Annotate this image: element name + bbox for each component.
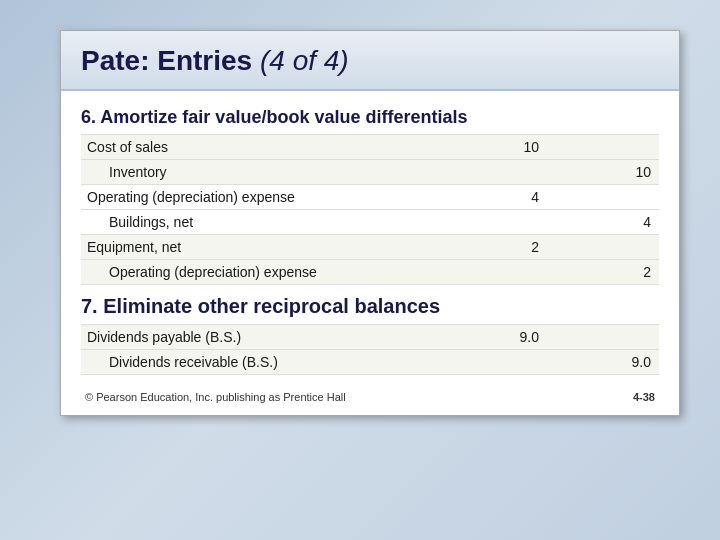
section1-table: Cost of sales 10 Inventory 10 Operating … bbox=[81, 134, 659, 285]
account-cell: Inventory bbox=[81, 160, 457, 185]
section1-heading: 6. Amortize fair value/book value differ… bbox=[81, 107, 659, 128]
account-cell: Operating (depreciation) expense bbox=[81, 260, 457, 285]
account-cell: Dividends payable (B.S.) bbox=[81, 325, 457, 350]
credit-cell: 9.0 bbox=[555, 350, 659, 375]
debit-cell bbox=[457, 260, 555, 285]
debit-cell: 10 bbox=[457, 135, 555, 160]
table-row: Operating (depreciation) expense 2 bbox=[81, 260, 659, 285]
credit-cell: 10 bbox=[555, 160, 659, 185]
credit-cell: 4 bbox=[555, 210, 659, 235]
credit-cell bbox=[555, 135, 659, 160]
account-cell: Dividends receivable (B.S.) bbox=[81, 350, 457, 375]
table-row: Dividends receivable (B.S.) 9.0 bbox=[81, 350, 659, 375]
footer: © Pearson Education, Inc. publishing as … bbox=[81, 385, 659, 405]
credit-cell: 2 bbox=[555, 260, 659, 285]
debit-cell bbox=[457, 160, 555, 185]
slide-body: 6. Amortize fair value/book value differ… bbox=[61, 91, 679, 415]
credit-cell bbox=[555, 325, 659, 350]
section2-table: Dividends payable (B.S.) 9.0 Dividends r… bbox=[81, 324, 659, 375]
footer-copyright: © Pearson Education, Inc. publishing as … bbox=[85, 391, 346, 403]
account-cell: Cost of sales bbox=[81, 135, 457, 160]
credit-cell bbox=[555, 235, 659, 260]
table-row: Cost of sales 10 bbox=[81, 135, 659, 160]
credit-cell bbox=[555, 185, 659, 210]
slide-container: Pate: Entries (4 of 4) 6. Amortize fair … bbox=[60, 30, 680, 416]
debit-cell bbox=[457, 350, 555, 375]
debit-cell: 4 bbox=[457, 185, 555, 210]
debit-cell bbox=[457, 210, 555, 235]
table-row: Dividends payable (B.S.) 9.0 bbox=[81, 325, 659, 350]
debit-cell: 9.0 bbox=[457, 325, 555, 350]
debit-cell: 2 bbox=[457, 235, 555, 260]
table-row: Operating (depreciation) expense 4 bbox=[81, 185, 659, 210]
account-cell: Operating (depreciation) expense bbox=[81, 185, 457, 210]
slide-title-italic: (4 of 4) bbox=[260, 45, 349, 76]
account-cell: Buildings, net bbox=[81, 210, 457, 235]
slide-title: Pate: Entries (4 of 4) bbox=[81, 45, 659, 77]
table-row: Buildings, net 4 bbox=[81, 210, 659, 235]
section2-heading: 7. Eliminate other reciprocal balances bbox=[81, 295, 659, 318]
table-row: Inventory 10 bbox=[81, 160, 659, 185]
table-row: Equipment, net 2 bbox=[81, 235, 659, 260]
account-cell: Equipment, net bbox=[81, 235, 457, 260]
slide-title-main: Pate: Entries bbox=[81, 45, 260, 76]
footer-page: 4-38 bbox=[633, 391, 655, 403]
slide-header: Pate: Entries (4 of 4) bbox=[61, 31, 679, 91]
